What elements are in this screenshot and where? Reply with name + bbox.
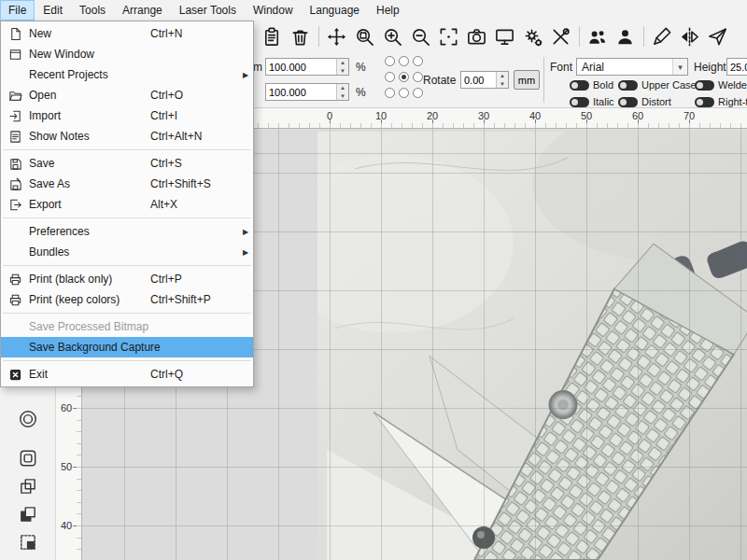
anchor-radio-0[interactable] <box>385 56 395 66</box>
open-icon <box>1 89 29 103</box>
rotate-value[interactable] <box>461 72 496 88</box>
user-button[interactable] <box>612 23 638 49</box>
menu-item-label: Bundles <box>29 245 150 259</box>
menu-item-bundles[interactable]: Bundles▶ <box>1 242 253 262</box>
menu-item-shortcut: Ctrl+N <box>150 27 238 40</box>
rotate-input[interactable]: ▲▼ <box>460 71 509 89</box>
menu-item-show-notes[interactable]: Show NotesCtrl+Alt+N <box>1 126 253 147</box>
spin-up-icon[interactable]: ▲ <box>497 72 508 80</box>
frame-selection-button[interactable] <box>435 23 461 49</box>
pan-button[interactable] <box>323 23 349 49</box>
menu-item-preferences[interactable]: Preferences▶ <box>1 221 253 242</box>
spin-down-icon[interactable]: ▼ <box>337 92 348 101</box>
font-combo[interactable]: Arial ▾ <box>576 58 688 76</box>
menubar-item-help[interactable]: Help <box>368 0 408 21</box>
device-settings-button[interactable] <box>519 23 545 49</box>
delete-button[interactable] <box>287 23 313 49</box>
font-height-value[interactable] <box>727 59 747 75</box>
zoom-to-frame-button[interactable] <box>351 23 377 49</box>
toggle-switch-icon[interactable] <box>618 80 638 91</box>
toggle-switch-icon[interactable] <box>695 97 714 107</box>
menubar-item-edit[interactable]: Edit <box>35 0 71 21</box>
send-button[interactable] <box>704 23 730 49</box>
anchor-radio-4[interactable] <box>399 72 409 82</box>
menubar-item-arrange[interactable]: Arrange <box>114 0 171 21</box>
anchor-radio-2[interactable] <box>413 56 423 66</box>
offset-shapes-tool-button[interactable] <box>14 444 42 472</box>
paste-icon <box>261 26 283 48</box>
width-scale-spinner[interactable]: ▲▼ <box>336 59 348 75</box>
anchor-radio-1[interactable] <box>399 56 409 66</box>
toggle-switch-icon[interactable] <box>695 80 714 91</box>
toggle-upper-case[interactable]: Upper Case <box>618 79 697 91</box>
toggle-italic[interactable]: Italic <box>570 96 614 107</box>
height-scale-spinner[interactable]: ▲▼ <box>336 84 348 100</box>
screen-button[interactable] <box>491 23 517 49</box>
toggle-switch-icon[interactable] <box>618 97 638 107</box>
paste-button[interactable] <box>259 23 285 49</box>
menu-item-save-background-capture[interactable]: Save Background Capture <box>1 337 253 357</box>
width-scale-input[interactable]: ▲▼ <box>265 58 349 76</box>
menu-item-save[interactable]: SaveCtrl+S <box>1 153 253 174</box>
chevron-down-icon[interactable]: ▾ <box>672 59 687 75</box>
anchor-radio-6[interactable] <box>385 88 395 98</box>
menu-item-new-window[interactable]: New Window <box>1 44 253 64</box>
toggle-switch-icon[interactable] <box>570 97 589 107</box>
zoom-in-button[interactable] <box>379 23 405 49</box>
menu-separator <box>3 360 251 361</box>
multi-user-button[interactable] <box>584 23 610 49</box>
menu-item-shortcut: Ctrl+I <box>150 109 238 122</box>
boolean-subtract-tool-button[interactable] <box>14 500 42 528</box>
menu-item-print-keep-colors[interactable]: Print (keep colors)Ctrl+Shift+P <box>1 289 253 310</box>
menubar-item-file[interactable]: File <box>0 0 35 21</box>
zoom-out-icon <box>410 26 431 48</box>
anchor-grid[interactable] <box>385 56 427 104</box>
menu-item-import[interactable]: ImportCtrl+I <box>1 105 253 126</box>
save-as-icon <box>1 177 29 191</box>
menubar-item-tools[interactable]: Tools <box>71 0 114 21</box>
menubar-item-laser-tools[interactable]: Laser Tools <box>171 0 245 21</box>
menu-item-new[interactable]: NewCtrl+N <box>1 23 253 44</box>
menubar-item-language[interactable]: Language <box>302 0 368 21</box>
ellipse-tool-button[interactable] <box>14 405 42 433</box>
machine-tools-icon <box>550 26 571 48</box>
menu-item-recent-projects[interactable]: Recent Projects▶ <box>1 64 253 85</box>
height-scale-value[interactable] <box>266 84 336 100</box>
rotate-spinner[interactable]: ▲▼ <box>496 72 508 88</box>
toggle-bold[interactable]: Bold <box>570 79 613 91</box>
height-scale-input[interactable]: ▲▼ <box>265 83 349 101</box>
menu-item-exit[interactable]: ExitCtrl+Q <box>1 364 253 385</box>
laser-pointer-button[interactable] <box>648 23 674 49</box>
units-button[interactable]: mm <box>514 70 540 90</box>
weld-shapes-tool-icon <box>18 476 38 497</box>
clipped-units-label: m <box>253 61 262 74</box>
weld-shapes-tool-button[interactable] <box>14 472 42 500</box>
spin-down-icon[interactable]: ▼ <box>337 67 348 76</box>
menubar-item-window[interactable]: Window <box>245 0 302 21</box>
menu-item-export[interactable]: ExportAlt+X <box>1 194 253 215</box>
anchor-radio-8[interactable] <box>413 88 423 98</box>
menu-item-print-black-only[interactable]: Print (black only)Ctrl+P <box>1 269 253 289</box>
import-icon <box>1 109 29 123</box>
machine-tools-button[interactable] <box>547 23 573 49</box>
spin-up-icon[interactable]: ▲ <box>337 59 348 67</box>
spin-down-icon[interactable]: ▼ <box>497 80 508 89</box>
anchor-radio-5[interactable] <box>413 72 423 82</box>
toggle-distort[interactable]: Distort <box>618 96 671 107</box>
submenu-arrow-icon: ▶ <box>238 228 253 236</box>
menu-item-open[interactable]: OpenCtrl+O <box>1 85 253 105</box>
toggle-switch-icon[interactable] <box>570 80 589 91</box>
zoom-out-button[interactable] <box>407 23 433 49</box>
toggle-right-to[interactable]: Right-to <box>695 96 747 107</box>
font-height-input[interactable] <box>726 58 747 76</box>
camera-capture-button[interactable] <box>463 23 489 49</box>
anchor-radio-3[interactable] <box>385 72 395 82</box>
toggle-welded[interactable]: Welded <box>695 79 747 91</box>
mirror-button[interactable] <box>676 23 702 49</box>
anchor-radio-7[interactable] <box>399 88 409 98</box>
spin-up-icon[interactable]: ▲ <box>337 84 348 92</box>
export-icon <box>1 198 29 212</box>
menu-item-save-as[interactable]: Save AsCtrl+Shift+S <box>1 174 253 194</box>
width-scale-value[interactable] <box>266 59 336 75</box>
boolean-intersect-tool-button[interactable] <box>14 528 42 556</box>
